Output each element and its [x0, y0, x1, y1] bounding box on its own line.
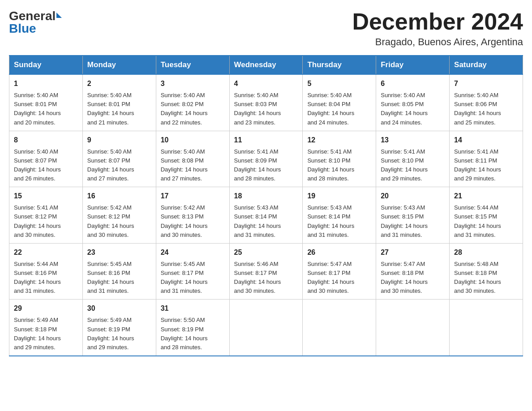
day-number: 14 [454, 135, 518, 146]
sunset-label: Sunset: 8:19 PM [87, 326, 130, 333]
day-info: Sunrise: 5:40 AM Sunset: 8:07 PM Dayligh… [87, 147, 151, 184]
day-number: 1 [14, 78, 78, 89]
day-info: Sunrise: 5:40 AM Sunset: 8:05 PM Dayligh… [381, 91, 445, 127]
daylight-minutes: and 28 minutes. [234, 175, 276, 182]
daylight-label: Daylight: 14 hours [14, 223, 61, 229]
day-number: 24 [161, 247, 225, 258]
daylight-minutes: and 23 minutes. [234, 119, 276, 126]
sunset-label: Sunset: 8:17 PM [161, 270, 204, 276]
day-info: Sunrise: 5:45 AM Sunset: 8:17 PM Dayligh… [161, 260, 225, 296]
day-number: 13 [381, 135, 445, 146]
table-row: 14 Sunrise: 5:41 AM Sunset: 8:11 PM Dayl… [450, 131, 523, 187]
table-row: 8 Sunrise: 5:40 AM Sunset: 8:07 PM Dayli… [9, 131, 83, 187]
day-info: Sunrise: 5:46 AM Sunset: 8:17 PM Dayligh… [234, 260, 298, 296]
sunset-label: Sunset: 8:08 PM [161, 157, 204, 164]
day-number: 25 [234, 247, 298, 258]
table-row: 5 Sunrise: 5:40 AM Sunset: 8:04 PM Dayli… [303, 74, 376, 131]
day-number: 11 [234, 135, 298, 146]
daylight-minutes: and 31 minutes. [14, 287, 56, 294]
day-info: Sunrise: 5:45 AM Sunset: 8:16 PM Dayligh… [87, 260, 151, 296]
sunset-label: Sunset: 8:06 PM [454, 101, 497, 107]
daylight-label: Daylight: 14 hours [14, 278, 61, 285]
sunset-label: Sunset: 8:14 PM [234, 213, 277, 220]
day-number: 23 [87, 247, 151, 258]
daylight-minutes: and 31 minutes. [87, 287, 129, 294]
sunset-label: Sunset: 8:15 PM [454, 213, 497, 220]
daylight-minutes: and 24 minutes. [381, 119, 422, 126]
day-number: 22 [14, 247, 78, 258]
day-number: 29 [14, 303, 78, 314]
day-info: Sunrise: 5:41 AM Sunset: 8:12 PM Dayligh… [14, 203, 78, 240]
daylight-label: Daylight: 14 hours [234, 278, 281, 285]
sunrise-label: Sunrise: 5:40 AM [307, 92, 352, 98]
sunrise-label: Sunrise: 5:48 AM [454, 261, 498, 267]
sunrise-label: Sunrise: 5:41 AM [307, 148, 352, 155]
day-info: Sunrise: 5:47 AM Sunset: 8:17 PM Dayligh… [307, 260, 371, 296]
daylight-label: Daylight: 14 hours [161, 335, 208, 342]
sunrise-label: Sunrise: 5:41 AM [14, 204, 58, 211]
header-sunday: Sunday [9, 56, 83, 74]
sunrise-label: Sunrise: 5:46 AM [234, 261, 279, 267]
table-row: 27 Sunrise: 5:47 AM Sunset: 8:18 PM Dayl… [376, 243, 450, 300]
day-info: Sunrise: 5:41 AM Sunset: 8:10 PM Dayligh… [381, 147, 445, 184]
sunset-label: Sunset: 8:11 PM [454, 157, 497, 164]
daylight-minutes: and 24 minutes. [307, 119, 349, 126]
daylight-label: Daylight: 14 hours [307, 223, 354, 229]
daylight-minutes: and 29 minutes. [381, 175, 422, 182]
day-number: 10 [161, 135, 225, 146]
sunrise-label: Sunrise: 5:44 AM [14, 261, 58, 267]
table-row: 2 Sunrise: 5:40 AM Sunset: 8:01 PM Dayli… [82, 74, 156, 131]
calendar-week-row: 22 Sunrise: 5:44 AM Sunset: 8:16 PM Dayl… [9, 243, 523, 300]
location-title: Bragado, Buenos Aires, Argentina [352, 36, 523, 48]
table-row: 22 Sunrise: 5:44 AM Sunset: 8:16 PM Dayl… [9, 243, 83, 300]
day-number: 27 [381, 247, 445, 258]
daylight-minutes: and 29 minutes. [454, 175, 496, 182]
table-row: 3 Sunrise: 5:40 AM Sunset: 8:02 PM Dayli… [156, 74, 229, 131]
daylight-minutes: and 25 minutes. [454, 119, 496, 126]
day-number: 21 [454, 191, 518, 201]
sunrise-label: Sunrise: 5:40 AM [87, 148, 132, 155]
sunset-label: Sunset: 8:17 PM [307, 270, 350, 276]
daylight-minutes: and 22 minutes. [161, 119, 202, 126]
sunset-label: Sunset: 8:18 PM [381, 270, 424, 276]
sunset-label: Sunset: 8:16 PM [87, 270, 130, 276]
daylight-label: Daylight: 14 hours [161, 166, 208, 173]
daylight-label: Daylight: 14 hours [161, 278, 208, 285]
day-number: 30 [87, 303, 151, 314]
daylight-minutes: and 26 minutes. [14, 175, 56, 182]
day-number: 7 [454, 78, 518, 89]
day-info: Sunrise: 5:43 AM Sunset: 8:14 PM Dayligh… [234, 203, 298, 240]
daylight-label: Daylight: 14 hours [234, 166, 281, 173]
sunrise-label: Sunrise: 5:40 AM [87, 92, 132, 98]
day-info: Sunrise: 5:40 AM Sunset: 8:04 PM Dayligh… [307, 91, 371, 127]
sunset-label: Sunset: 8:13 PM [161, 213, 204, 220]
daylight-label: Daylight: 14 hours [307, 166, 354, 173]
day-info: Sunrise: 5:41 AM Sunset: 8:10 PM Dayligh… [307, 147, 371, 184]
table-row: 18 Sunrise: 5:43 AM Sunset: 8:14 PM Dayl… [229, 187, 303, 244]
day-number: 3 [161, 78, 225, 89]
calendar-week-row: 29 Sunrise: 5:49 AM Sunset: 8:18 PM Dayl… [9, 300, 523, 356]
sunset-label: Sunset: 8:02 PM [161, 101, 204, 107]
day-info: Sunrise: 5:43 AM Sunset: 8:14 PM Dayligh… [307, 203, 371, 240]
table-row: 6 Sunrise: 5:40 AM Sunset: 8:05 PM Dayli… [376, 74, 450, 131]
daylight-minutes: and 30 minutes. [14, 231, 56, 238]
calendar-week-row: 1 Sunrise: 5:40 AM Sunset: 8:01 PM Dayli… [9, 74, 523, 131]
daylight-label: Daylight: 14 hours [307, 278, 354, 285]
sunrise-label: Sunrise: 5:40 AM [381, 92, 425, 98]
day-info: Sunrise: 5:48 AM Sunset: 8:18 PM Dayligh… [454, 260, 518, 296]
table-row: 4 Sunrise: 5:40 AM Sunset: 8:03 PM Dayli… [229, 74, 303, 131]
calendar-week-row: 8 Sunrise: 5:40 AM Sunset: 8:07 PM Dayli… [9, 131, 523, 187]
daylight-minutes: and 21 minutes. [87, 119, 129, 126]
sunset-label: Sunset: 8:12 PM [87, 213, 130, 220]
daylight-minutes: and 31 minutes. [234, 231, 276, 238]
daylight-minutes: and 27 minutes. [87, 175, 129, 182]
daylight-minutes: and 20 minutes. [14, 119, 56, 126]
day-number: 20 [381, 191, 445, 201]
day-number: 28 [454, 247, 518, 258]
daylight-minutes: and 30 minutes. [307, 287, 349, 294]
daylight-minutes: and 31 minutes. [307, 231, 349, 238]
sunrise-label: Sunrise: 5:42 AM [87, 204, 132, 211]
daylight-minutes: and 31 minutes. [454, 231, 496, 238]
table-row: 25 Sunrise: 5:46 AM Sunset: 8:17 PM Dayl… [229, 243, 303, 300]
day-number: 31 [161, 303, 225, 314]
